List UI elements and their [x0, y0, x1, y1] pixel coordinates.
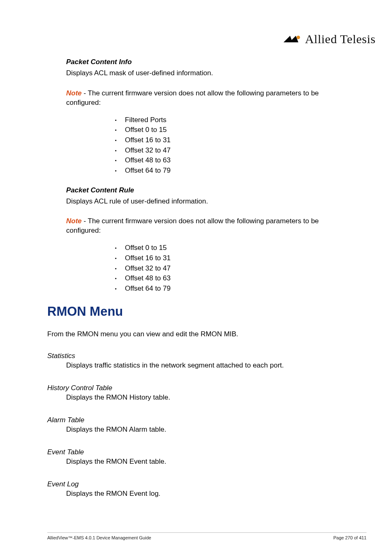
- packet-content-info-bullets: Filtered Ports Offset 0 to 15 Offset 16 …: [115, 114, 345, 177]
- list-item: Offset 64 to 79: [115, 166, 345, 176]
- list-item: Offset 48 to 63: [115, 155, 345, 166]
- note-body: - The current firmware version does not …: [66, 217, 319, 234]
- def-desc-event-table: Displays the RMON Event table.: [66, 457, 345, 467]
- packet-content-info-title: Packet Content Info: [66, 58, 345, 67]
- page-content: Packet Content Info Displays ACL mask of…: [0, 58, 392, 499]
- def-term-event-log: Event Log: [47, 480, 345, 489]
- list-item: Offset 16 to 31: [115, 253, 345, 264]
- list-item: Offset 16 to 31: [115, 135, 345, 146]
- list-item: Offset 0 to 15: [115, 243, 345, 253]
- page-header-graphic: Allied Telesis: [0, 0, 392, 58]
- def-desc-event-log: Displays the RMON Event log.: [66, 489, 345, 499]
- list-item: Offset 0 to 15: [115, 125, 345, 135]
- def-desc-statistics: Displays traffic statistics in the netwo…: [66, 361, 345, 370]
- def-desc-history: Displays the RMON History table.: [66, 393, 345, 402]
- note-label: Note: [66, 217, 82, 225]
- packet-content-rule-title: Packet Content Rule: [66, 186, 345, 195]
- def-term-event-table: Event Table: [47, 448, 345, 457]
- page-footer: AlliedView™-EMS 4.0.1 Device Management …: [47, 532, 367, 540]
- list-item: Offset 32 to 47: [115, 146, 345, 156]
- list-item: Offset 64 to 79: [115, 284, 345, 294]
- brand-logo: Allied Telesis: [284, 32, 376, 46]
- list-item: Offset 48 to 63: [115, 273, 345, 284]
- rmon-menu-heading: RMON Menu: [47, 303, 345, 320]
- def-desc-alarm: Displays the RMON Alarm table.: [66, 425, 345, 435]
- packet-content-rule-note: Note - The current firmware version does…: [66, 217, 345, 236]
- def-term-alarm: Alarm Table: [47, 416, 345, 425]
- packet-content-info-note: Note - The current firmware version does…: [66, 89, 345, 108]
- packet-content-info-desc: Displays ACL mask of user-defined inform…: [66, 69, 345, 78]
- def-term-statistics: Statistics: [47, 352, 345, 361]
- rmon-intro: From the RMON menu you can view and edit…: [47, 330, 345, 339]
- brand-text: Allied Telesis: [305, 32, 376, 46]
- footer-right: Page 270 of 411: [333, 535, 367, 540]
- packet-content-rule-desc: Displays ACL rule of user-defined inform…: [66, 197, 345, 206]
- footer-left: AlliedView™-EMS 4.0.1 Device Management …: [47, 535, 151, 540]
- svg-point-2: [297, 36, 300, 39]
- def-term-history: History Control Table: [47, 384, 345, 393]
- note-body: - The current firmware version does not …: [66, 89, 319, 106]
- note-label: Note: [66, 89, 82, 97]
- list-item: Filtered Ports: [115, 115, 345, 125]
- list-item: Offset 32 to 47: [115, 264, 345, 274]
- allied-telesis-icon: [284, 34, 302, 44]
- packet-content-rule-bullets: Offset 0 to 15 Offset 16 to 31 Offset 32…: [115, 242, 345, 294]
